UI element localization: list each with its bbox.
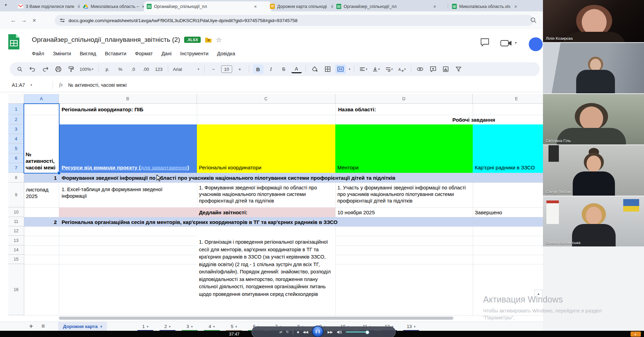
comment-history-icon[interactable] bbox=[480, 38, 489, 46]
merge-cells-icon[interactable] bbox=[335, 65, 346, 74]
row-header-4[interactable]: 4 bbox=[8, 134, 24, 144]
cell-a11[interactable]: 2 bbox=[24, 219, 57, 225]
row-header-6[interactable]: 6 bbox=[8, 153, 24, 163]
cell-b3[interactable]: Ресурси від команди проєкту (для заванта… bbox=[62, 124, 192, 171]
merge-dropdown-caret[interactable]: ▾ bbox=[349, 67, 351, 71]
menu-item-data[interactable]: Дані bbox=[162, 51, 172, 56]
cell-d1[interactable]: Назва області: bbox=[338, 106, 376, 113]
video-tile-3[interactable]: Світлана Гіль bbox=[543, 94, 644, 144]
close-icon[interactable]: × bbox=[514, 4, 518, 9]
video-tile-4[interactable]: Снігур Любов bbox=[543, 145, 644, 196]
rewind-icon[interactable]: ◀◀ bbox=[303, 330, 308, 334]
text-color-button[interactable]: A bbox=[291, 65, 302, 73]
row-header-16[interactable]: 16 bbox=[8, 264, 24, 315]
sheet-tab-5[interactable]: 5▾ bbox=[223, 322, 245, 331]
vertical-align-icon[interactable]: ▾ bbox=[371, 65, 381, 74]
fast-forward-icon[interactable]: ▶▶ bbox=[327, 330, 333, 334]
sheet-tab-1[interactable]: 1▾ bbox=[134, 322, 156, 331]
name-box[interactable]: A1:A7▾ bbox=[0, 82, 53, 88]
formula-input[interactable]: № активності, часові межі bbox=[68, 82, 127, 88]
currency-format-button[interactable]: р. bbox=[102, 65, 113, 74]
close-icon[interactable]: × bbox=[253, 4, 257, 9]
browser-tab[interactable]: Миколаївська область.xls × bbox=[449, 1, 537, 11]
sheet-tab-4[interactable]: 4▾ bbox=[201, 322, 223, 331]
cell-e10[interactable]: Завершено bbox=[475, 209, 502, 216]
row-header-3[interactable]: 3 bbox=[8, 124, 24, 134]
col-header-c[interactable]: C bbox=[197, 94, 335, 104]
number-format-button[interactable]: 123 bbox=[154, 65, 164, 74]
menu-item-tools[interactable]: Інструменти bbox=[180, 51, 209, 56]
browser-tab[interactable]: Органайзер_спільнодії_пл × bbox=[334, 1, 453, 11]
font-size-input[interactable]: 10 bbox=[221, 65, 232, 73]
video-tile-2[interactable] bbox=[543, 43, 644, 93]
font-select[interactable]: Arial▾ bbox=[172, 65, 200, 74]
borders-icon[interactable] bbox=[323, 65, 333, 74]
pause-button[interactable]: ❙❙ bbox=[312, 326, 324, 337]
presence-avatar[interactable] bbox=[529, 37, 543, 51]
forward-button[interactable]: → bbox=[19, 17, 29, 24]
site-info-icon[interactable] bbox=[60, 18, 65, 23]
video-tile-5[interactable]: Олена Каплинська bbox=[543, 196, 644, 246]
menu-item-view[interactable]: Вигляд bbox=[80, 51, 96, 56]
download-link[interactable]: для завантаження bbox=[140, 165, 187, 170]
row-header-7[interactable]: 7 bbox=[8, 163, 24, 173]
meet-camera-icon[interactable] bbox=[500, 40, 512, 47]
row-header-8[interactable]: 8 bbox=[8, 173, 24, 182]
row-header-14[interactable]: 14 bbox=[8, 245, 24, 255]
insert-chart-icon[interactable] bbox=[441, 65, 451, 74]
repeat-icon[interactable]: ↻ bbox=[286, 330, 289, 334]
tab-search-chevron-icon[interactable]: ▾ bbox=[5, 3, 7, 7]
browser-tab[interactable]: Дорожня карта спільноді × bbox=[267, 1, 337, 11]
video-tile-1[interactable]: Лілія Козирєва bbox=[543, 0, 644, 42]
browser-tab[interactable]: З Вами поділилися папко × bbox=[15, 1, 84, 11]
row-header-9[interactable]: 9 bbox=[8, 182, 24, 207]
menu-item-format[interactable]: Формат bbox=[135, 51, 153, 56]
horizontal-align-icon[interactable]: ▾ bbox=[358, 65, 369, 74]
move-to-drive-icon[interactable] bbox=[205, 37, 212, 43]
undo-icon[interactable] bbox=[27, 65, 38, 74]
col-header-b[interactable]: B bbox=[59, 94, 197, 104]
cell-b9[interactable]: 1. Excel-таблиця для формування зведеної… bbox=[62, 186, 176, 199]
stop-button[interactable]: × bbox=[29, 17, 39, 24]
sheet-tab-2[interactable]: 2▾ bbox=[156, 322, 179, 331]
cell-d9[interactable]: 1. Участь у формуванні зведеної інформац… bbox=[337, 185, 472, 204]
volume-slider-knob[interactable] bbox=[365, 330, 369, 334]
insert-link-icon[interactable] bbox=[415, 65, 425, 74]
browser-tab[interactable]: Миколаївська область – C × bbox=[80, 1, 148, 11]
row-header-1[interactable]: 1 bbox=[8, 104, 24, 115]
cell-d3[interactable]: Ментори bbox=[337, 124, 469, 171]
search-icon[interactable] bbox=[15, 65, 25, 74]
decrease-decimal-button[interactable]: .0 bbox=[128, 65, 138, 74]
insert-comment-icon[interactable] bbox=[428, 65, 438, 74]
row-header-12[interactable]: 12 bbox=[8, 226, 24, 236]
col-header-d[interactable]: D bbox=[335, 94, 473, 104]
sheet-tab-active[interactable]: Дорожня карта▾ bbox=[58, 322, 107, 331]
italic-button[interactable]: I bbox=[266, 65, 276, 74]
col-header-a[interactable]: A bbox=[24, 94, 59, 104]
browser-tab-active[interactable]: Органайзер_спільнодії_пл × bbox=[144, 1, 271, 11]
row-header-13[interactable]: 13 bbox=[8, 236, 24, 245]
print-icon[interactable] bbox=[53, 65, 63, 74]
row-header-15[interactable]: 15 bbox=[8, 255, 24, 264]
increase-decimal-button[interactable]: .00 bbox=[141, 65, 151, 74]
cell-a9[interactable]: листопад 2025 bbox=[26, 186, 57, 199]
sheet-tab-13[interactable]: 13▾ bbox=[400, 322, 422, 331]
strikethrough-button[interactable]: S bbox=[279, 65, 289, 74]
stop-icon[interactable]: ■ bbox=[297, 330, 299, 334]
redo-icon[interactable] bbox=[40, 65, 51, 74]
fill-handle[interactable] bbox=[57, 171, 61, 175]
shuffle-icon[interactable]: ⇄ bbox=[279, 330, 282, 334]
cell-b1[interactable]: Регіональний координатор: ПІБ bbox=[62, 106, 143, 113]
fill-color-icon[interactable] bbox=[310, 65, 320, 74]
document-title[interactable]: Органайзер_спільнодії_планування_звітніс… bbox=[32, 36, 180, 44]
bold-button[interactable]: B bbox=[253, 65, 263, 74]
horizontal-scrollbar[interactable] bbox=[59, 317, 453, 320]
cell-a8[interactable]: 1 bbox=[24, 175, 57, 181]
close-icon[interactable]: × bbox=[433, 4, 437, 9]
menu-item-insert[interactable]: Вставити bbox=[105, 51, 126, 56]
row-10-deadline-band[interactable] bbox=[59, 207, 335, 217]
create-filter-icon[interactable] bbox=[453, 65, 464, 74]
row-header-11[interactable]: 11 bbox=[8, 217, 24, 226]
sheets-logo[interactable] bbox=[8, 34, 20, 50]
back-button[interactable]: ← bbox=[8, 17, 19, 24]
